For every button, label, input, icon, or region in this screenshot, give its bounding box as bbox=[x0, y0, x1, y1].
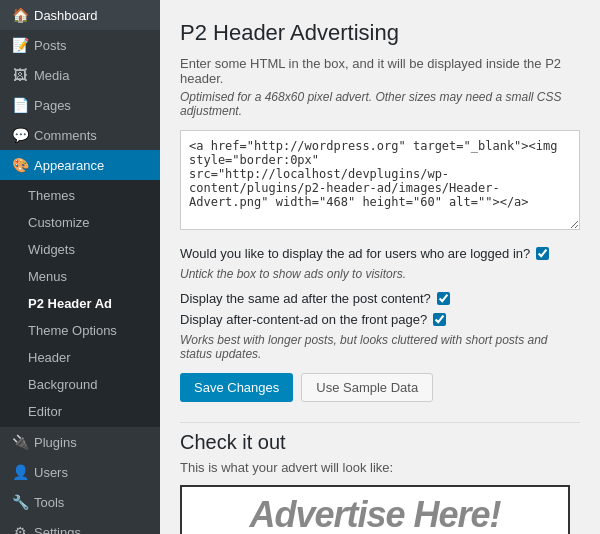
pages-icon: 📄 bbox=[12, 97, 28, 113]
checkbox-front-page[interactable] bbox=[433, 313, 446, 326]
sidebar-sub-p2headerad[interactable]: P2 Header Ad bbox=[0, 290, 160, 317]
checkbox-logged-in-row: Would you like to display the ad for use… bbox=[180, 246, 580, 261]
display-options: Would you like to display the ad for use… bbox=[180, 246, 580, 361]
sidebar-sub-theme-options[interactable]: Theme Options bbox=[0, 317, 160, 344]
sidebar-item-media[interactable]: 🖼 Media bbox=[0, 60, 160, 90]
checkbox1-note: Untick the box to show ads only to visit… bbox=[180, 267, 580, 281]
sidebar-item-posts[interactable]: 📝 Posts bbox=[0, 30, 160, 60]
appearance-icon: 🎨 bbox=[12, 157, 28, 173]
sidebar-item-label: Media bbox=[34, 68, 69, 83]
sidebar-sub-header[interactable]: Header bbox=[0, 344, 160, 371]
sidebar-item-plugins[interactable]: 🔌 Plugins bbox=[0, 427, 160, 457]
use-sample-data-button[interactable]: Use Sample Data bbox=[301, 373, 433, 402]
sidebar-item-pages[interactable]: 📄 Pages bbox=[0, 90, 160, 120]
sidebar-item-tools[interactable]: 🔧 Tools bbox=[0, 487, 160, 517]
plugins-icon: 🔌 bbox=[12, 434, 28, 450]
posts-icon: 📝 bbox=[12, 37, 28, 53]
sidebar-item-appearance[interactable]: 🎨 Appearance bbox=[0, 150, 160, 180]
sidebar-item-settings[interactable]: ⚙ Settings bbox=[0, 517, 160, 534]
checkbox-logged-in[interactable] bbox=[536, 247, 549, 260]
comments-icon: 💬 bbox=[12, 127, 28, 143]
checkbox3-label: Display after-content-ad on the front pa… bbox=[180, 312, 427, 327]
sidebar-item-label: Tools bbox=[34, 495, 64, 510]
check-it-out-sub: This is what your advert will look like: bbox=[180, 460, 580, 475]
sidebar-sub-editor[interactable]: Editor bbox=[0, 398, 160, 425]
sidebar-item-label: Settings bbox=[34, 525, 81, 535]
sidebar-item-dashboard[interactable]: 🏠 Dashboard bbox=[0, 0, 160, 30]
sidebar-item-comments[interactable]: 💬 Comments bbox=[0, 120, 160, 150]
check-it-out-section: Check it out This is what your advert wi… bbox=[180, 431, 580, 534]
appearance-submenu: Themes Customize Widgets Menus P2 Header… bbox=[0, 180, 160, 427]
checkbox3-note: Works best with longer posts, but looks … bbox=[180, 333, 580, 361]
sidebar-item-label: Comments bbox=[34, 128, 97, 143]
ad-preview: Advertise Here! bbox=[180, 485, 570, 534]
ad-preview-text: Advertise Here! bbox=[249, 494, 500, 534]
page-title: P2 Header Advertising bbox=[180, 20, 580, 46]
sidebar-item-label: Dashboard bbox=[34, 8, 98, 23]
settings-icon: ⚙ bbox=[12, 524, 28, 534]
checkbox-after-post[interactable] bbox=[437, 292, 450, 305]
main-content: P2 Header Advertising Enter some HTML in… bbox=[160, 0, 600, 534]
tools-icon: 🔧 bbox=[12, 494, 28, 510]
sidebar-item-label: Pages bbox=[34, 98, 71, 113]
sidebar-sub-customize[interactable]: Customize bbox=[0, 209, 160, 236]
checkbox-front-page-row: Display after-content-ad on the front pa… bbox=[180, 312, 580, 327]
sidebar-item-label: Posts bbox=[34, 38, 67, 53]
media-icon: 🖼 bbox=[12, 67, 28, 83]
sidebar-sub-menus[interactable]: Menus bbox=[0, 263, 160, 290]
sidebar-item-label: Appearance bbox=[34, 158, 104, 173]
sidebar: 🏠 Dashboard 📝 Posts 🖼 Media 📄 Pages 💬 Co… bbox=[0, 0, 160, 534]
save-changes-button[interactable]: Save Changes bbox=[180, 373, 293, 402]
sidebar-sub-widgets[interactable]: Widgets bbox=[0, 236, 160, 263]
sidebar-item-label: Plugins bbox=[34, 435, 77, 450]
sidebar-sub-themes[interactable]: Themes bbox=[0, 182, 160, 209]
checkbox1-label: Would you like to display the ad for use… bbox=[180, 246, 530, 261]
section-divider bbox=[180, 422, 580, 423]
checkbox2-label: Display the same ad after the post conte… bbox=[180, 291, 431, 306]
dashboard-icon: 🏠 bbox=[12, 7, 28, 23]
main-description: Enter some HTML in the box, and it will … bbox=[180, 56, 580, 86]
sidebar-item-label: Users bbox=[34, 465, 68, 480]
main-description-italic: Optimised for a 468x60 pixel advert. Oth… bbox=[180, 90, 580, 118]
checkbox-after-post-row: Display the same ad after the post conte… bbox=[180, 291, 580, 306]
form-buttons: Save Changes Use Sample Data bbox=[180, 373, 580, 402]
sidebar-sub-background[interactable]: Background bbox=[0, 371, 160, 398]
check-it-out-title: Check it out bbox=[180, 431, 580, 454]
users-icon: 👤 bbox=[12, 464, 28, 480]
html-textarea[interactable] bbox=[180, 130, 580, 230]
sidebar-item-users[interactable]: 👤 Users bbox=[0, 457, 160, 487]
